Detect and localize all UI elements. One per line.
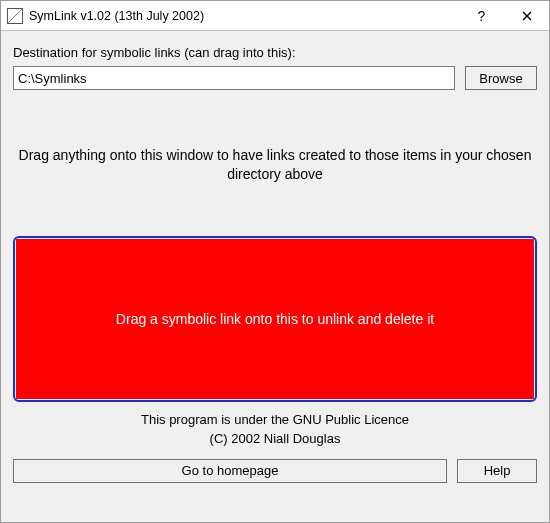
drag-create-instructions: Drag anything onto this window to have l… — [13, 146, 537, 184]
license-text: This program is under the GNU Public Lic… — [13, 410, 537, 430]
close-button[interactable] — [504, 1, 549, 30]
app-icon — [7, 8, 23, 24]
titlebar: SymLink v1.02 (13th July 2002) ? — [1, 1, 549, 31]
destination-label: Destination for symbolic links (can drag… — [13, 45, 537, 60]
bottom-button-row: Go to homepage Help — [13, 459, 537, 483]
delete-dropzone-label: Drag a symbolic link onto this to unlink… — [116, 311, 434, 327]
homepage-button[interactable]: Go to homepage — [13, 459, 447, 483]
delete-dropzone[interactable]: Drag a symbolic link onto this to unlink… — [16, 239, 534, 399]
browse-button[interactable]: Browse — [465, 66, 537, 90]
destination-input[interactable] — [13, 66, 455, 90]
help-titlebar-button[interactable]: ? — [459, 1, 504, 30]
destination-row: Browse — [13, 66, 537, 90]
app-window: SymLink v1.02 (13th July 2002) ? Destina… — [0, 0, 550, 523]
window-title: SymLink v1.02 (13th July 2002) — [29, 9, 459, 23]
close-icon — [522, 11, 532, 21]
footer-text: This program is under the GNU Public Lic… — [13, 410, 537, 449]
copyright-text: (C) 2002 Niall Douglas — [13, 429, 537, 449]
client-area: Destination for symbolic links (can drag… — [1, 31, 549, 522]
help-button[interactable]: Help — [457, 459, 537, 483]
delete-dropzone-frame: Drag a symbolic link onto this to unlink… — [13, 236, 537, 402]
